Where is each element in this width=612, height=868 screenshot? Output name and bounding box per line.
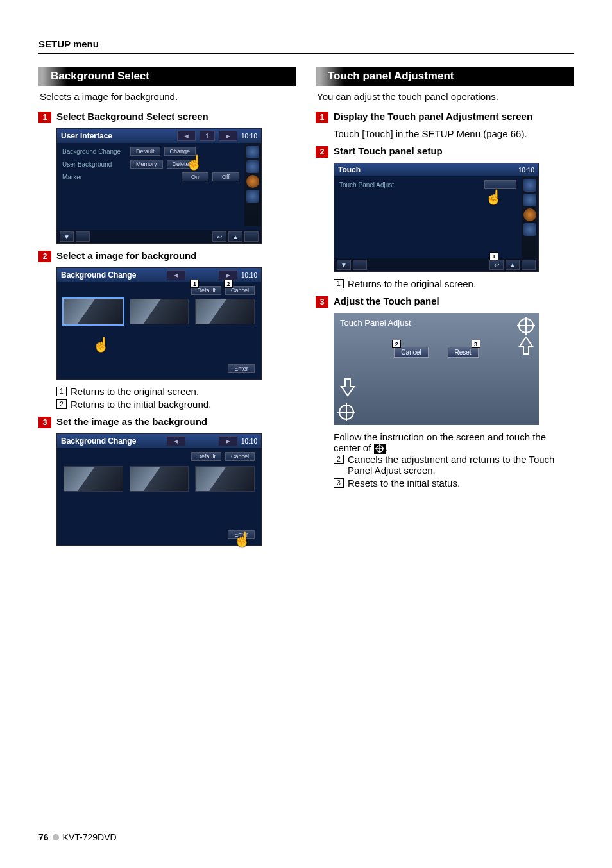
side-icon[interactable] <box>246 190 259 203</box>
page-footer: 76 KVT-729DVD <box>38 832 117 842</box>
bg-thumbnail[interactable] <box>195 466 255 492</box>
footer-down-icon[interactable]: ▼ <box>337 260 351 270</box>
footer-btn[interactable] <box>76 231 90 242</box>
finger-pointer-icon: ☝ <box>485 189 502 206</box>
side-icon[interactable] <box>523 194 536 206</box>
side-icon[interactable] <box>523 223 536 236</box>
tab-prev-icon[interactable]: ◄ <box>167 270 185 280</box>
r-step-3-body: Follow the instruction on the screen and… <box>334 431 574 454</box>
step-number-icon: 2 <box>316 146 328 158</box>
section-touch-adjust: Touch panel Adjustment <box>316 67 574 86</box>
btn-tpa[interactable] <box>484 180 516 189</box>
clock: 10:10 <box>518 167 534 174</box>
btn-on[interactable]: On <box>182 172 208 181</box>
footer-down-icon[interactable]: ▼ <box>60 231 74 242</box>
note-2: Returns to the initial background. <box>71 399 296 410</box>
touch-screenshot: Touch 10:10 Touch Panel Adjust ☝ <box>334 163 539 272</box>
tab-prev-icon[interactable]: ◄ <box>167 436 185 446</box>
bg-thumbnail[interactable] <box>195 299 255 324</box>
ui-title: Background Change <box>61 271 163 280</box>
target-icon[interactable] <box>337 403 355 421</box>
tab-next-icon[interactable]: ► <box>219 436 237 446</box>
footer-up-icon[interactable]: ▲ <box>228 231 242 242</box>
btn-enter[interactable]: Enter <box>228 364 255 373</box>
bg-select-intro: Selects a image for background. <box>40 91 296 102</box>
callout-ref-3: 3 <box>334 478 344 488</box>
btn-default[interactable]: Default <box>130 147 160 156</box>
r-note-1: Returns to the original screen. <box>348 278 574 289</box>
ui-title: User Interface <box>61 131 173 140</box>
step-1-title: Select Background Select screen <box>56 111 208 122</box>
target-inline-icon <box>374 444 386 454</box>
finger-pointer-icon: ☝ <box>185 154 203 171</box>
step-1: 1 Select Background Select screen User I… <box>38 111 296 244</box>
arrow-down-left-icon <box>340 378 355 399</box>
tab-1[interactable]: 1 <box>200 131 215 141</box>
row-userbg-label: User Background <box>62 161 126 168</box>
bg-change-screenshot-2: Background Change ◄ ► 10:10 Default Canc… <box>56 433 262 546</box>
side-icon[interactable] <box>246 146 259 158</box>
finger-pointer-icon: ☝ <box>234 531 251 548</box>
btn-cancel[interactable]: 2 Cancel <box>394 347 428 358</box>
step-number-icon: 3 <box>316 296 328 308</box>
r-note-3: Resets to the initial status. <box>348 478 574 488</box>
tab-next-icon[interactable]: ► <box>219 270 237 280</box>
target-icon[interactable] <box>517 317 535 335</box>
step-number-icon: 1 <box>316 112 328 123</box>
touch-intro: You can adjust the touch panel operation… <box>317 91 574 102</box>
btn-memory[interactable]: Memory <box>130 160 163 169</box>
clock: 10:10 <box>241 133 257 140</box>
right-column: Touch panel Adjustment You can adjust th… <box>316 67 574 552</box>
r-step-2: 2 Start Touch panel setup Touch 10:10 To… <box>316 146 574 289</box>
callout-ref-2: 2 <box>56 399 67 409</box>
footer-btn[interactable] <box>522 260 536 270</box>
step-2-title: Select a image for background <box>56 250 196 261</box>
btn-reset[interactable]: 3 Reset <box>448 347 479 358</box>
r-step-3-title: Adjust the Touch panel <box>334 296 439 306</box>
r-step-1-title: Display the Touch panel Adjustment scree… <box>334 111 532 122</box>
bg-thumbnail[interactable] <box>130 299 189 324</box>
r-note-2: Cancels the adjustment and returns to th… <box>348 454 574 476</box>
footer-up-icon[interactable]: ▲ <box>506 260 520 270</box>
page-header: SETUP menu <box>38 38 574 54</box>
side-icon[interactable] <box>246 160 259 173</box>
footer-btn[interactable] <box>244 231 259 242</box>
callout-2: 2 <box>224 280 233 288</box>
r-step-1-body: Touch [Touch] in the SETUP Menu (page 66… <box>334 128 574 139</box>
bg-change-screenshot: Background Change ◄ ► 10:10 1 Default 2 <box>56 267 262 380</box>
btn-default[interactable]: Default <box>191 452 221 461</box>
side-icon[interactable] <box>523 179 536 192</box>
callout-ref-1: 1 <box>334 279 344 288</box>
user-interface-screenshot: User Interface ◄ 1 ► 10:10 Background Ch… <box>56 128 262 244</box>
page-number: 76 <box>38 832 49 842</box>
side-icon[interactable] <box>246 175 259 188</box>
row-bgchange-label: Background Change <box>62 148 126 155</box>
finger-pointer-icon: ☝ <box>92 337 110 353</box>
step-number-icon: 1 <box>38 112 51 123</box>
step-number-icon: 2 <box>38 251 51 262</box>
clock: 10:10 <box>241 272 257 279</box>
r-step-2-title: Start Touch panel setup <box>334 146 443 156</box>
step-3-title: Set the image as the background <box>56 416 207 427</box>
arrow-up-icon <box>518 336 534 358</box>
callout-1: 1 <box>190 280 199 288</box>
tpa-title: Touch Panel Adjust <box>340 318 532 328</box>
tab-prev-icon[interactable]: ◄ <box>177 131 196 141</box>
footer-return-icon[interactable]: ↩ <box>212 231 226 242</box>
tab-next-icon[interactable]: ► <box>219 131 237 141</box>
footer-return-icon[interactable]: ↩ <box>489 260 504 270</box>
bg-thumbnail[interactable] <box>130 466 189 492</box>
step-3: 3 Set the image as the background Backgr… <box>38 416 296 546</box>
callout-2: 2 <box>392 340 401 348</box>
bg-thumbnail[interactable] <box>64 466 123 492</box>
model-name: KVT-729DVD <box>63 832 117 842</box>
btn-off[interactable]: Off <box>212 172 239 181</box>
side-icon[interactable] <box>523 208 536 221</box>
callout-ref-1: 1 <box>56 387 67 396</box>
step-number-icon: 3 <box>38 417 51 428</box>
bg-thumbnail[interactable] <box>64 299 123 324</box>
footer-btn[interactable] <box>353 260 367 270</box>
touch-panel-adjust-screenshot: Touch Panel Adjust 2 C <box>334 313 539 425</box>
btn-cancel[interactable]: Cancel <box>225 452 255 461</box>
section-bg-select: Background Select <box>38 67 296 86</box>
